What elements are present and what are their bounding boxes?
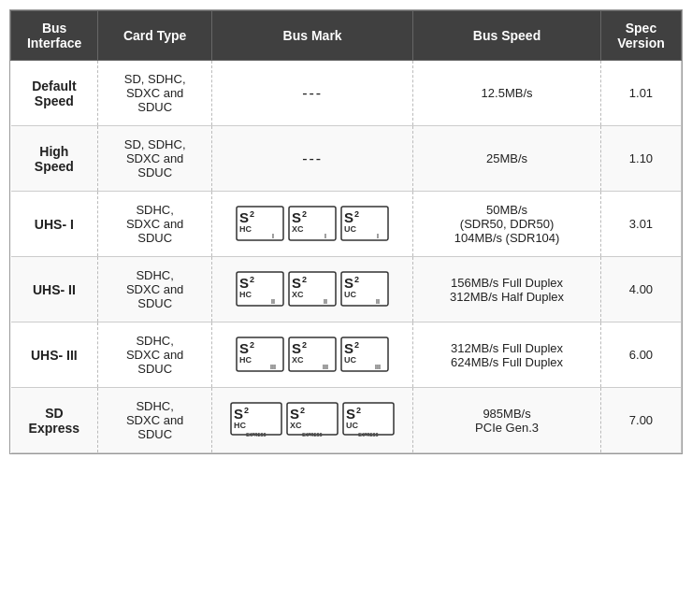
table-row: UHS- III SDHC,SDXC andSDUC S 2 HC III S … [11, 322, 682, 388]
svg-text:HC: HC [239, 355, 252, 365]
sd-logo-xc: S 2 XC III [288, 337, 337, 374]
table-row: HighSpeed SD, SDHC,SDXC andSDUC --- 25MB… [11, 126, 682, 192]
header-spec-version: SpecVersion [600, 11, 681, 61]
svg-text:2: 2 [354, 275, 359, 284]
bus-mark-dash: --- [302, 150, 323, 166]
svg-text:S: S [346, 406, 355, 422]
svg-text:UC: UC [344, 355, 356, 365]
cell-bus-mark: S 2 HC I S 2 XC I S 2 UC I [212, 192, 413, 257]
sd-logo-xc: S 2 XC II [288, 271, 337, 308]
svg-text:HC: HC [239, 290, 252, 299]
cell-bus-speed: 12.5MB/s [413, 61, 601, 126]
svg-text:XC: XC [290, 421, 302, 430]
svg-text:2: 2 [302, 275, 307, 284]
svg-text:2: 2 [250, 340, 254, 350]
svg-text:S: S [234, 406, 243, 422]
svg-text:S: S [239, 209, 249, 225]
svg-text:UC: UC [346, 421, 358, 430]
svg-text:2: 2 [354, 209, 359, 219]
svg-text:EXPRESS: EXPRESS [246, 433, 266, 437]
bus-mark-logos: S 2 HC I S 2 XC I S 2 UC I [216, 206, 409, 243]
cell-card-type: SDHC,SDXC andSDUC [98, 322, 212, 388]
cell-bus-mark: S 2 HC II S 2 XC II S 2 UC II [212, 257, 413, 322]
svg-text:EXPRESS: EXPRESS [302, 433, 322, 437]
sd-logo-hc: S 2 HC II [236, 271, 284, 308]
cell-card-type: SDHC,SDXC andSDUC [98, 388, 212, 453]
svg-text:HC: HC [234, 421, 246, 430]
svg-text:S: S [239, 340, 249, 356]
cell-spec-version: 1.01 [600, 61, 681, 126]
bus-mark-logos: S 2 HC III S 2 XC III S 2 UC III [216, 337, 409, 374]
svg-text:XC: XC [292, 224, 304, 234]
svg-text:S: S [344, 275, 353, 291]
sd-logo-xc: S 2 XC I [288, 206, 337, 243]
sd-logo-uc: S 2 UC I [340, 206, 389, 243]
cell-bus-mark: S 2 HC EXPRESS S 2 XC EXPRESS S 2 UC EXP… [212, 388, 413, 453]
sd-logo-hc: S 2 HC EXPRESS [230, 402, 282, 439]
sd-logo-hc: S 2 HC III [236, 337, 284, 374]
svg-text:2: 2 [250, 275, 254, 284]
cell-bus-mark: --- [212, 61, 413, 126]
svg-text:II: II [324, 298, 327, 305]
svg-text:S: S [290, 406, 299, 422]
svg-text:S: S [344, 340, 353, 356]
svg-text:XC: XC [292, 290, 304, 299]
svg-text:III: III [270, 364, 276, 370]
svg-text:II: II [271, 298, 275, 305]
bus-mark-dash: --- [302, 85, 323, 101]
cell-card-type: SDHC,SDXC andSDUC [98, 257, 212, 322]
svg-text:2: 2 [250, 209, 254, 219]
svg-text:S: S [344, 209, 353, 225]
svg-text:HC: HC [239, 224, 252, 234]
svg-text:S: S [292, 275, 301, 291]
cell-bus-speed: 985MB/sPCIe Gen.3 [413, 388, 601, 453]
svg-text:I: I [324, 233, 326, 239]
cell-spec-version: 6.00 [600, 322, 681, 388]
cell-bus-speed: 50MB/s(SDR50, DDR50)104MB/s (SDR104) [413, 192, 601, 257]
cell-bus-speed: 25MB/s [413, 126, 601, 192]
svg-text:I: I [272, 233, 274, 239]
table-row: DefaultSpeed SD, SDHC,SDXC andSDUC --- 1… [11, 61, 682, 126]
cell-bus-mark: --- [212, 126, 413, 192]
bus-mark-logos: S 2 HC II S 2 XC II S 2 UC II [216, 271, 409, 308]
svg-text:I: I [377, 233, 379, 239]
sd-logo-uc: S 2 UC II [340, 271, 389, 308]
cell-bus-interface: UHS- III [11, 322, 98, 388]
cell-bus-interface: UHS- II [11, 257, 98, 322]
cell-card-type: SDHC,SDXC andSDUC [98, 192, 212, 257]
svg-text:2: 2 [244, 406, 249, 415]
cell-spec-version: 3.01 [600, 192, 681, 257]
svg-text:S: S [292, 209, 301, 225]
table-row: UHS- I SDHC,SDXC andSDUC S 2 HC I S 2 XC… [11, 192, 682, 257]
svg-text:III: III [375, 364, 381, 370]
svg-text:EXPRESS: EXPRESS [358, 433, 378, 437]
svg-text:S: S [292, 340, 301, 356]
cell-spec-version: 4.00 [600, 257, 681, 322]
svg-text:2: 2 [300, 406, 305, 415]
cell-spec-version: 1.10 [600, 126, 681, 192]
svg-text:UC: UC [344, 224, 356, 234]
header-card-type: Card Type [98, 11, 212, 61]
sd-spec-table: BusInterface Card Type Bus Mark Bus Spee… [9, 9, 683, 454]
sd-logo-uc: S 2 UC EXPRESS [342, 402, 395, 439]
svg-text:UC: UC [344, 290, 356, 299]
table-row: SDExpress SDHC,SDXC andSDUC S 2 HC EXPRE… [11, 388, 682, 453]
cell-spec-version: 7.00 [600, 388, 681, 453]
header-bus-interface: BusInterface [11, 11, 98, 61]
svg-text:III: III [323, 364, 328, 370]
cell-bus-speed: 156MB/s Full Duplex312MB/s Half Duplex [413, 257, 601, 322]
svg-text:2: 2 [356, 406, 361, 415]
cell-bus-interface: DefaultSpeed [11, 61, 98, 126]
cell-card-type: SD, SDHC,SDXC andSDUC [98, 126, 212, 192]
svg-text:2: 2 [302, 209, 307, 219]
svg-text:2: 2 [354, 340, 359, 350]
cell-bus-speed: 312MB/s Full Duplex624MB/s Full Duplex [413, 322, 601, 388]
svg-text:2: 2 [302, 340, 307, 350]
sd-logo-uc: S 2 UC III [340, 337, 389, 374]
sd-logo-xc: S 2 XC EXPRESS [286, 402, 339, 439]
bus-mark-logos: S 2 HC EXPRESS S 2 XC EXPRESS S 2 UC EXP… [216, 402, 409, 439]
cell-bus-interface: SDExpress [11, 388, 98, 453]
table-row: UHS- II SDHC,SDXC andSDUC S 2 HC II S 2 … [11, 257, 682, 322]
cell-bus-interface: UHS- I [11, 192, 98, 257]
svg-text:II: II [376, 298, 380, 305]
